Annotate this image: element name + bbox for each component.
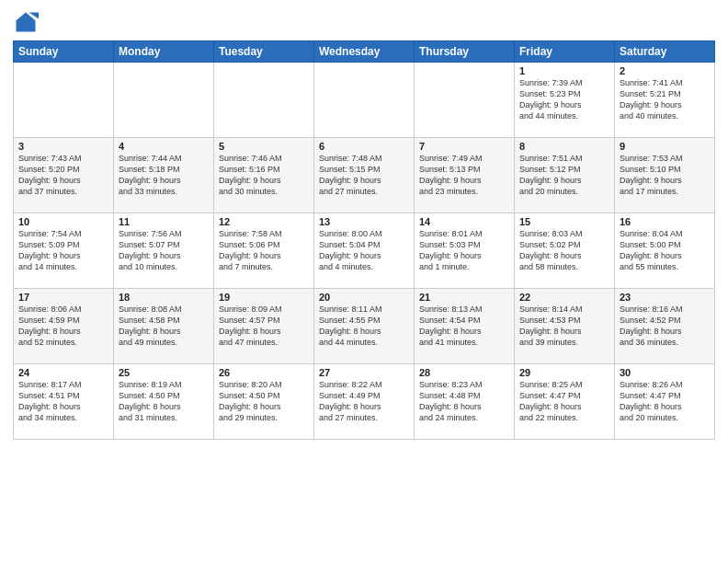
day-info: Sunrise: 8:00 AM Sunset: 5:04 PM Dayligh…: [319, 228, 409, 273]
day-number: 7: [419, 141, 509, 152]
day-info: Sunrise: 8:01 AM Sunset: 5:03 PM Dayligh…: [419, 228, 509, 273]
day-number: 27: [319, 367, 409, 378]
day-number: 15: [519, 216, 609, 227]
day-info: Sunrise: 8:17 AM Sunset: 4:51 PM Dayligh…: [18, 379, 108, 424]
day-number: 25: [119, 367, 209, 378]
day-info: Sunrise: 7:41 AM Sunset: 5:21 PM Dayligh…: [620, 77, 710, 122]
calendar-cell: 18Sunrise: 8:08 AM Sunset: 4:58 PM Dayli…: [114, 289, 214, 364]
day-info: Sunrise: 8:16 AM Sunset: 4:52 PM Dayligh…: [620, 304, 710, 349]
calendar-cell: 30Sunrise: 8:26 AM Sunset: 4:47 PM Dayli…: [615, 364, 715, 440]
day-info: Sunrise: 7:58 AM Sunset: 5:06 PM Dayligh…: [219, 228, 309, 273]
day-number: 2: [620, 65, 710, 76]
day-header-tuesday: Tuesday: [214, 41, 314, 63]
calendar-cell: 28Sunrise: 8:23 AM Sunset: 4:48 PM Dayli…: [415, 364, 515, 440]
day-info: Sunrise: 8:25 AM Sunset: 4:47 PM Dayligh…: [519, 379, 609, 424]
day-number: 6: [319, 141, 409, 152]
calendar-cell: 24Sunrise: 8:17 AM Sunset: 4:51 PM Dayli…: [14, 364, 114, 440]
day-number: 13: [319, 216, 409, 227]
calendar-cell: 22Sunrise: 8:14 AM Sunset: 4:53 PM Dayli…: [515, 289, 615, 364]
day-info: Sunrise: 8:09 AM Sunset: 4:57 PM Dayligh…: [219, 304, 309, 349]
calendar-cell: 20Sunrise: 8:11 AM Sunset: 4:55 PM Dayli…: [314, 289, 415, 364]
calendar-cell: 21Sunrise: 8:13 AM Sunset: 4:54 PM Dayli…: [415, 289, 515, 364]
day-number: 17: [18, 292, 108, 303]
day-number: 16: [620, 216, 710, 227]
day-number: 3: [18, 141, 108, 152]
day-info: Sunrise: 7:53 AM Sunset: 5:10 PM Dayligh…: [620, 153, 710, 198]
day-number: 11: [119, 216, 209, 227]
day-number: 26: [219, 367, 309, 378]
day-number: 23: [620, 292, 710, 303]
calendar-cell: 27Sunrise: 8:22 AM Sunset: 4:49 PM Dayli…: [314, 364, 415, 440]
calendar-cell: [314, 63, 415, 138]
logo: [13, 9, 42, 35]
day-number: 22: [519, 292, 609, 303]
calendar-cell: 15Sunrise: 8:03 AM Sunset: 5:02 PM Dayli…: [515, 213, 615, 289]
calendar-cell: 23Sunrise: 8:16 AM Sunset: 4:52 PM Dayli…: [615, 289, 715, 364]
day-number: 24: [18, 367, 108, 378]
day-info: Sunrise: 7:51 AM Sunset: 5:12 PM Dayligh…: [519, 153, 609, 198]
calendar-cell: 2Sunrise: 7:41 AM Sunset: 5:21 PM Daylig…: [615, 63, 715, 138]
calendar-cell: 11Sunrise: 7:56 AM Sunset: 5:07 PM Dayli…: [114, 213, 214, 289]
day-number: 1: [519, 65, 609, 76]
day-info: Sunrise: 7:49 AM Sunset: 5:13 PM Dayligh…: [419, 153, 509, 198]
day-info: Sunrise: 8:06 AM Sunset: 4:59 PM Dayligh…: [18, 304, 108, 349]
calendar-week-row: 24Sunrise: 8:17 AM Sunset: 4:51 PM Dayli…: [14, 364, 715, 440]
day-info: Sunrise: 7:56 AM Sunset: 5:07 PM Dayligh…: [119, 228, 209, 273]
day-info: Sunrise: 7:54 AM Sunset: 5:09 PM Dayligh…: [18, 228, 108, 273]
calendar-week-row: 3Sunrise: 7:43 AM Sunset: 5:20 PM Daylig…: [14, 138, 715, 213]
day-number: 29: [519, 367, 609, 378]
day-number: 4: [119, 141, 209, 152]
calendar-cell: 3Sunrise: 7:43 AM Sunset: 5:20 PM Daylig…: [14, 138, 114, 213]
day-info: Sunrise: 8:03 AM Sunset: 5:02 PM Dayligh…: [519, 228, 609, 273]
day-number: 8: [519, 141, 609, 152]
calendar-cell: 12Sunrise: 7:58 AM Sunset: 5:06 PM Dayli…: [214, 213, 314, 289]
day-header-sunday: Sunday: [14, 41, 114, 63]
calendar-cell: [415, 63, 515, 138]
calendar-week-row: 17Sunrise: 8:06 AM Sunset: 4:59 PM Dayli…: [14, 289, 715, 364]
svg-marker-0: [17, 13, 36, 32]
day-info: Sunrise: 7:43 AM Sunset: 5:20 PM Dayligh…: [18, 153, 108, 198]
calendar-cell: 17Sunrise: 8:06 AM Sunset: 4:59 PM Dayli…: [14, 289, 114, 364]
day-number: 9: [620, 141, 710, 152]
calendar-cell: 1Sunrise: 7:39 AM Sunset: 5:23 PM Daylig…: [515, 63, 615, 138]
day-info: Sunrise: 8:13 AM Sunset: 4:54 PM Dayligh…: [419, 304, 509, 349]
day-info: Sunrise: 8:20 AM Sunset: 4:50 PM Dayligh…: [219, 379, 309, 424]
calendar-cell: 7Sunrise: 7:49 AM Sunset: 5:13 PM Daylig…: [415, 138, 515, 213]
calendar-week-row: 1Sunrise: 7:39 AM Sunset: 5:23 PM Daylig…: [14, 63, 715, 138]
calendar-cell: 6Sunrise: 7:48 AM Sunset: 5:15 PM Daylig…: [314, 138, 415, 213]
day-header-monday: Monday: [114, 41, 214, 63]
calendar-week-row: 10Sunrise: 7:54 AM Sunset: 5:09 PM Dayli…: [14, 213, 715, 289]
calendar-header-row: SundayMondayTuesdayWednesdayThursdayFrid…: [14, 41, 715, 63]
day-number: 18: [119, 292, 209, 303]
calendar-cell: 10Sunrise: 7:54 AM Sunset: 5:09 PM Dayli…: [14, 213, 114, 289]
calendar-cell: 14Sunrise: 8:01 AM Sunset: 5:03 PM Dayli…: [415, 213, 515, 289]
day-info: Sunrise: 8:19 AM Sunset: 4:50 PM Dayligh…: [119, 379, 209, 424]
day-number: 28: [419, 367, 509, 378]
calendar-cell: 26Sunrise: 8:20 AM Sunset: 4:50 PM Dayli…: [214, 364, 314, 440]
day-info: Sunrise: 8:23 AM Sunset: 4:48 PM Dayligh…: [419, 379, 509, 424]
day-info: Sunrise: 8:14 AM Sunset: 4:53 PM Dayligh…: [519, 304, 609, 349]
day-info: Sunrise: 7:44 AM Sunset: 5:18 PM Dayligh…: [119, 153, 209, 198]
calendar-cell: 5Sunrise: 7:46 AM Sunset: 5:16 PM Daylig…: [214, 138, 314, 213]
day-info: Sunrise: 7:39 AM Sunset: 5:23 PM Dayligh…: [519, 77, 609, 122]
calendar-cell: 16Sunrise: 8:04 AM Sunset: 5:00 PM Dayli…: [615, 213, 715, 289]
day-number: 21: [419, 292, 509, 303]
day-number: 30: [620, 367, 710, 378]
calendar-container: SundayMondayTuesdayWednesdayThursdayFrid…: [0, 0, 728, 563]
day-info: Sunrise: 8:26 AM Sunset: 4:47 PM Dayligh…: [620, 379, 710, 424]
calendar-cell: 9Sunrise: 7:53 AM Sunset: 5:10 PM Daylig…: [615, 138, 715, 213]
day-number: 10: [18, 216, 108, 227]
day-info: Sunrise: 7:46 AM Sunset: 5:16 PM Dayligh…: [219, 153, 309, 198]
day-header-thursday: Thursday: [415, 41, 515, 63]
calendar-cell: [114, 63, 214, 138]
day-info: Sunrise: 8:04 AM Sunset: 5:00 PM Dayligh…: [620, 228, 710, 273]
day-number: 20: [319, 292, 409, 303]
calendar-cell: 19Sunrise: 8:09 AM Sunset: 4:57 PM Dayli…: [214, 289, 314, 364]
logo-icon: [13, 9, 39, 35]
calendar-cell: [214, 63, 314, 138]
day-info: Sunrise: 7:48 AM Sunset: 5:15 PM Dayligh…: [319, 153, 409, 198]
calendar-cell: 29Sunrise: 8:25 AM Sunset: 4:47 PM Dayli…: [515, 364, 615, 440]
day-info: Sunrise: 8:11 AM Sunset: 4:55 PM Dayligh…: [319, 304, 409, 349]
calendar-cell: 25Sunrise: 8:19 AM Sunset: 4:50 PM Dayli…: [114, 364, 214, 440]
header: [13, 9, 715, 35]
